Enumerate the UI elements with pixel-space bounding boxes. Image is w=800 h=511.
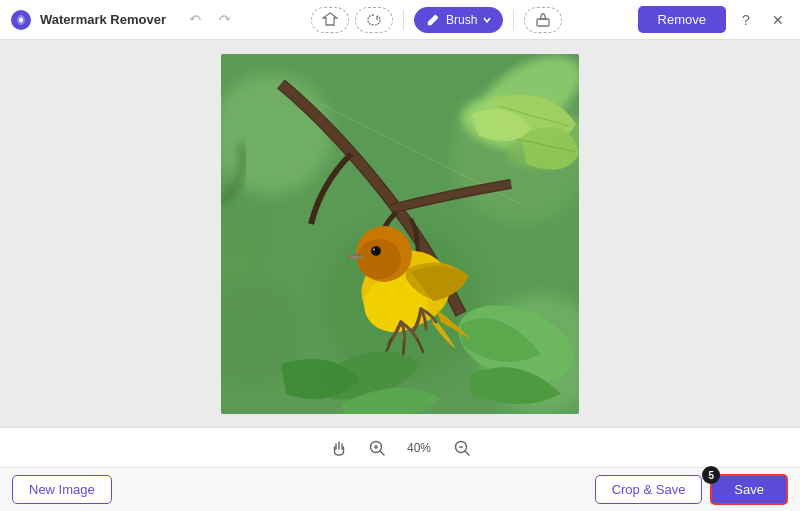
- select-tool-icon: [322, 12, 338, 28]
- svg-point-22: [357, 239, 401, 279]
- app-logo-icon: [10, 9, 32, 31]
- crop-save-button[interactable]: Crop & Save: [595, 475, 703, 504]
- undo-icon: [189, 13, 203, 27]
- help-button[interactable]: ?: [734, 8, 758, 32]
- tool-separator-2: [513, 10, 514, 30]
- svg-marker-5: [540, 14, 546, 19]
- tool-separator: [403, 10, 404, 30]
- bird-image: [221, 54, 579, 414]
- save-button[interactable]: Save: [710, 474, 788, 505]
- title-left: Watermark Remover: [10, 8, 236, 32]
- zoom-out-icon: [453, 439, 471, 457]
- title-nav: [184, 8, 236, 32]
- footer-right: Crop & Save 5 Save: [595, 474, 788, 505]
- chevron-down-icon: [482, 15, 492, 25]
- undo-button[interactable]: [184, 8, 208, 32]
- title-right: Remove ? ✕: [638, 6, 790, 33]
- zoom-level: 40%: [402, 441, 437, 455]
- svg-marker-1: [323, 13, 337, 25]
- svg-rect-4: [537, 19, 549, 26]
- lasso-tool-button[interactable]: [355, 7, 393, 33]
- redo-icon: [217, 13, 231, 27]
- brush-label: Brush: [446, 13, 477, 27]
- help-icon: ?: [742, 12, 750, 28]
- select-tool-button[interactable]: [311, 7, 349, 33]
- toolbar-center: Brush: [236, 7, 638, 33]
- svg-point-24: [373, 247, 380, 254]
- canvas-area: [0, 40, 800, 427]
- title-bar: Watermark Remover: [0, 0, 800, 40]
- brush-tool-icon: [425, 12, 441, 28]
- new-image-button[interactable]: New Image: [12, 475, 112, 504]
- svg-line-32: [465, 451, 469, 455]
- brush-tool-button[interactable]: Brush: [414, 7, 503, 33]
- remove-button[interactable]: Remove: [638, 6, 726, 33]
- erase-tool-button[interactable]: [524, 7, 562, 33]
- erase-tool-icon: [535, 12, 551, 28]
- svg-point-25: [373, 248, 375, 250]
- close-icon: ✕: [772, 12, 784, 28]
- svg-line-29: [380, 451, 384, 455]
- close-button[interactable]: ✕: [766, 8, 790, 32]
- zoom-out-button[interactable]: [449, 435, 475, 461]
- image-canvas[interactable]: [221, 54, 579, 414]
- redo-button[interactable]: [212, 8, 236, 32]
- footer-bar: New Image Crop & Save 5 Save: [0, 467, 800, 511]
- controls-bar: 40%: [0, 427, 800, 467]
- zoom-in-button[interactable]: [364, 435, 390, 461]
- lasso-tool-icon: [366, 12, 382, 28]
- hand-tool-button[interactable]: [326, 435, 352, 461]
- app-title: Watermark Remover: [40, 12, 166, 27]
- save-button-container: 5 Save: [710, 474, 788, 505]
- zoom-in-icon: [368, 439, 386, 457]
- hand-tool-icon: [330, 439, 348, 457]
